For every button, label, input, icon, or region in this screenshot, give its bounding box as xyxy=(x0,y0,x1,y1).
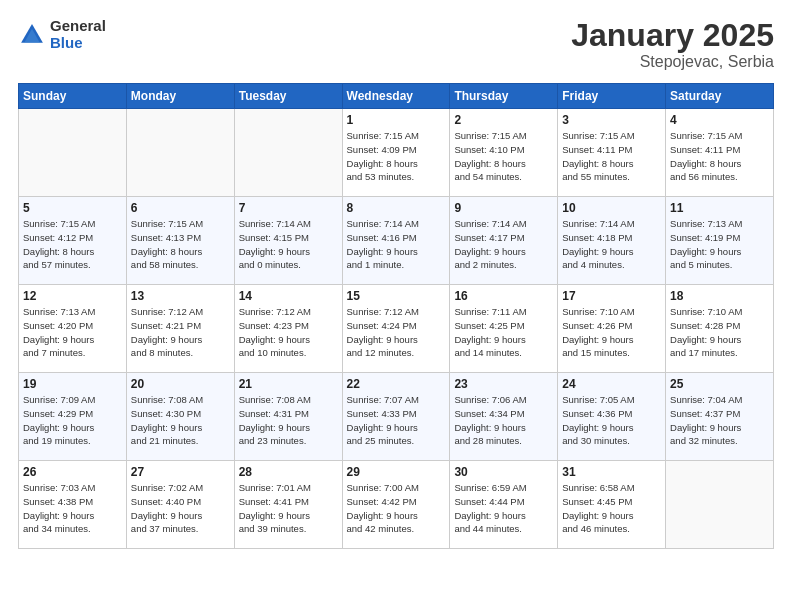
calendar-cell: 6Sunrise: 7:15 AM Sunset: 4:13 PM Daylig… xyxy=(126,197,234,285)
day-number: 13 xyxy=(131,289,230,303)
calendar-week-row: 19Sunrise: 7:09 AM Sunset: 4:29 PM Dayli… xyxy=(19,373,774,461)
day-info: Sunrise: 7:15 AM Sunset: 4:09 PM Dayligh… xyxy=(347,129,446,184)
calendar-week-row: 26Sunrise: 7:03 AM Sunset: 4:38 PM Dayli… xyxy=(19,461,774,549)
calendar-cell: 15Sunrise: 7:12 AM Sunset: 4:24 PM Dayli… xyxy=(342,285,450,373)
day-info: Sunrise: 7:15 AM Sunset: 4:11 PM Dayligh… xyxy=(562,129,661,184)
day-info: Sunrise: 7:15 AM Sunset: 4:10 PM Dayligh… xyxy=(454,129,553,184)
calendar-week-row: 1Sunrise: 7:15 AM Sunset: 4:09 PM Daylig… xyxy=(19,109,774,197)
calendar-cell xyxy=(234,109,342,197)
weekday-header: Monday xyxy=(126,84,234,109)
calendar-cell: 17Sunrise: 7:10 AM Sunset: 4:26 PM Dayli… xyxy=(558,285,666,373)
day-info: Sunrise: 7:08 AM Sunset: 4:30 PM Dayligh… xyxy=(131,393,230,448)
day-info: Sunrise: 7:15 AM Sunset: 4:12 PM Dayligh… xyxy=(23,217,122,272)
calendar-cell: 18Sunrise: 7:10 AM Sunset: 4:28 PM Dayli… xyxy=(666,285,774,373)
calendar-cell: 24Sunrise: 7:05 AM Sunset: 4:36 PM Dayli… xyxy=(558,373,666,461)
day-number: 7 xyxy=(239,201,338,215)
day-number: 5 xyxy=(23,201,122,215)
calendar-cell: 25Sunrise: 7:04 AM Sunset: 4:37 PM Dayli… xyxy=(666,373,774,461)
calendar-cell: 31Sunrise: 6:58 AM Sunset: 4:45 PM Dayli… xyxy=(558,461,666,549)
day-number: 1 xyxy=(347,113,446,127)
day-number: 23 xyxy=(454,377,553,391)
title-block: January 2025 Stepojevac, Serbia xyxy=(571,18,774,71)
day-info: Sunrise: 7:14 AM Sunset: 4:16 PM Dayligh… xyxy=(347,217,446,272)
weekday-header-row: SundayMondayTuesdayWednesdayThursdayFrid… xyxy=(19,84,774,109)
day-info: Sunrise: 7:10 AM Sunset: 4:28 PM Dayligh… xyxy=(670,305,769,360)
day-info: Sunrise: 7:08 AM Sunset: 4:31 PM Dayligh… xyxy=(239,393,338,448)
day-number: 18 xyxy=(670,289,769,303)
day-number: 21 xyxy=(239,377,338,391)
calendar-cell xyxy=(126,109,234,197)
calendar-cell: 10Sunrise: 7:14 AM Sunset: 4:18 PM Dayli… xyxy=(558,197,666,285)
day-number: 17 xyxy=(562,289,661,303)
weekday-header: Tuesday xyxy=(234,84,342,109)
day-number: 27 xyxy=(131,465,230,479)
day-number: 25 xyxy=(670,377,769,391)
day-info: Sunrise: 7:14 AM Sunset: 4:17 PM Dayligh… xyxy=(454,217,553,272)
calendar-cell: 2Sunrise: 7:15 AM Sunset: 4:10 PM Daylig… xyxy=(450,109,558,197)
calendar-cell: 3Sunrise: 7:15 AM Sunset: 4:11 PM Daylig… xyxy=(558,109,666,197)
calendar-cell: 28Sunrise: 7:01 AM Sunset: 4:41 PM Dayli… xyxy=(234,461,342,549)
calendar-cell: 23Sunrise: 7:06 AM Sunset: 4:34 PM Dayli… xyxy=(450,373,558,461)
logo: General Blue xyxy=(18,18,106,51)
day-number: 12 xyxy=(23,289,122,303)
calendar-cell: 22Sunrise: 7:07 AM Sunset: 4:33 PM Dayli… xyxy=(342,373,450,461)
day-number: 28 xyxy=(239,465,338,479)
weekday-header: Thursday xyxy=(450,84,558,109)
location: Stepojevac, Serbia xyxy=(571,53,774,71)
calendar-cell: 14Sunrise: 7:12 AM Sunset: 4:23 PM Dayli… xyxy=(234,285,342,373)
calendar-cell xyxy=(666,461,774,549)
month-title: January 2025 xyxy=(571,18,774,53)
calendar-cell: 20Sunrise: 7:08 AM Sunset: 4:30 PM Dayli… xyxy=(126,373,234,461)
weekday-header: Saturday xyxy=(666,84,774,109)
weekday-header: Wednesday xyxy=(342,84,450,109)
calendar-cell xyxy=(19,109,127,197)
day-number: 14 xyxy=(239,289,338,303)
day-number: 31 xyxy=(562,465,661,479)
calendar-cell: 19Sunrise: 7:09 AM Sunset: 4:29 PM Dayli… xyxy=(19,373,127,461)
calendar-cell: 11Sunrise: 7:13 AM Sunset: 4:19 PM Dayli… xyxy=(666,197,774,285)
day-number: 10 xyxy=(562,201,661,215)
day-info: Sunrise: 7:05 AM Sunset: 4:36 PM Dayligh… xyxy=(562,393,661,448)
weekday-header: Sunday xyxy=(19,84,127,109)
day-number: 4 xyxy=(670,113,769,127)
calendar-week-row: 5Sunrise: 7:15 AM Sunset: 4:12 PM Daylig… xyxy=(19,197,774,285)
calendar-cell: 1Sunrise: 7:15 AM Sunset: 4:09 PM Daylig… xyxy=(342,109,450,197)
page: General Blue January 2025 Stepojevac, Se… xyxy=(0,0,792,612)
day-info: Sunrise: 7:07 AM Sunset: 4:33 PM Dayligh… xyxy=(347,393,446,448)
day-number: 15 xyxy=(347,289,446,303)
day-info: Sunrise: 7:15 AM Sunset: 4:13 PM Dayligh… xyxy=(131,217,230,272)
day-info: Sunrise: 7:01 AM Sunset: 4:41 PM Dayligh… xyxy=(239,481,338,536)
day-number: 30 xyxy=(454,465,553,479)
day-number: 11 xyxy=(670,201,769,215)
day-number: 3 xyxy=(562,113,661,127)
day-info: Sunrise: 7:10 AM Sunset: 4:26 PM Dayligh… xyxy=(562,305,661,360)
day-number: 16 xyxy=(454,289,553,303)
day-info: Sunrise: 6:59 AM Sunset: 4:44 PM Dayligh… xyxy=(454,481,553,536)
weekday-header: Friday xyxy=(558,84,666,109)
day-number: 22 xyxy=(347,377,446,391)
day-info: Sunrise: 7:12 AM Sunset: 4:23 PM Dayligh… xyxy=(239,305,338,360)
calendar-cell: 8Sunrise: 7:14 AM Sunset: 4:16 PM Daylig… xyxy=(342,197,450,285)
day-number: 9 xyxy=(454,201,553,215)
calendar-cell: 26Sunrise: 7:03 AM Sunset: 4:38 PM Dayli… xyxy=(19,461,127,549)
calendar-cell: 5Sunrise: 7:15 AM Sunset: 4:12 PM Daylig… xyxy=(19,197,127,285)
day-info: Sunrise: 7:11 AM Sunset: 4:25 PM Dayligh… xyxy=(454,305,553,360)
day-number: 19 xyxy=(23,377,122,391)
logo-general: General xyxy=(50,18,106,35)
calendar-cell: 7Sunrise: 7:14 AM Sunset: 4:15 PM Daylig… xyxy=(234,197,342,285)
calendar-cell: 21Sunrise: 7:08 AM Sunset: 4:31 PM Dayli… xyxy=(234,373,342,461)
day-info: Sunrise: 7:14 AM Sunset: 4:18 PM Dayligh… xyxy=(562,217,661,272)
day-info: Sunrise: 7:15 AM Sunset: 4:11 PM Dayligh… xyxy=(670,129,769,184)
day-info: Sunrise: 7:13 AM Sunset: 4:20 PM Dayligh… xyxy=(23,305,122,360)
calendar-cell: 12Sunrise: 7:13 AM Sunset: 4:20 PM Dayli… xyxy=(19,285,127,373)
logo-icon xyxy=(18,21,46,49)
day-info: Sunrise: 7:03 AM Sunset: 4:38 PM Dayligh… xyxy=(23,481,122,536)
day-number: 8 xyxy=(347,201,446,215)
calendar-cell: 27Sunrise: 7:02 AM Sunset: 4:40 PM Dayli… xyxy=(126,461,234,549)
day-info: Sunrise: 6:58 AM Sunset: 4:45 PM Dayligh… xyxy=(562,481,661,536)
calendar-table: SundayMondayTuesdayWednesdayThursdayFrid… xyxy=(18,83,774,549)
calendar-cell: 16Sunrise: 7:11 AM Sunset: 4:25 PM Dayli… xyxy=(450,285,558,373)
day-number: 6 xyxy=(131,201,230,215)
day-info: Sunrise: 7:13 AM Sunset: 4:19 PM Dayligh… xyxy=(670,217,769,272)
calendar-cell: 9Sunrise: 7:14 AM Sunset: 4:17 PM Daylig… xyxy=(450,197,558,285)
